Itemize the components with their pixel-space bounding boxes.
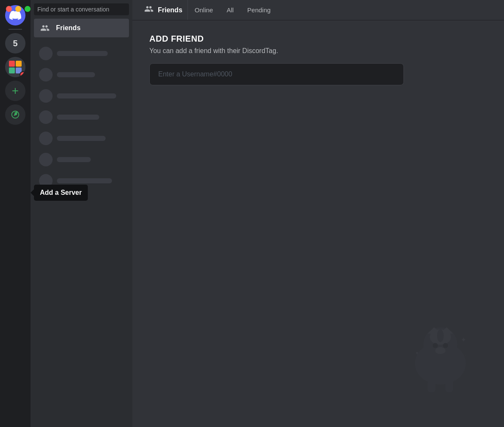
search-placeholder: Find or start a conversation — [37, 6, 109, 13]
svg-rect-8 — [428, 380, 435, 392]
dm-skeleton-bar-2 — [57, 72, 95, 77]
svg-text:✦: ✦ — [415, 350, 419, 356]
dm-sidebar: Find or start a conversation Friends — [31, 0, 132, 427]
dm-skeleton-row-5 — [34, 128, 129, 149]
color-block-red — [9, 61, 15, 67]
dm-skeleton-row-2 — [34, 65, 129, 85]
dm-skeleton-bar-7 — [57, 178, 112, 183]
color-block-orange — [16, 61, 22, 67]
server-divider — [8, 29, 22, 30]
dm-skeleton-bar-4 — [57, 115, 99, 120]
tab-pending[interactable]: Pending — [241, 0, 277, 20]
add-friend-title: ADD FRIEND — [149, 34, 487, 44]
svg-point-4 — [433, 343, 438, 348]
tab-all[interactable]: All — [220, 0, 241, 20]
dm-skeleton-avatar-6 — [39, 153, 53, 166]
color-block-green — [9, 67, 15, 73]
mac-maximize-button[interactable] — [25, 6, 31, 12]
add-server-button[interactable]: + — [5, 81, 25, 101]
add-friend-area: ADD FRIEND You can add a friend with the… — [132, 20, 504, 427]
dm-skeleton-bar-5 — [57, 136, 106, 141]
tooltip-box: Add a Server — [34, 185, 88, 201]
svg-text:·: · — [465, 353, 466, 358]
add-friend-description: You can add a friend with their DiscordT… — [149, 47, 487, 55]
dm-skeleton-avatar-4 — [39, 110, 53, 124]
dm-skeleton-row-3 — [34, 86, 129, 106]
server-sidebar: 5 + + — [0, 0, 31, 427]
server-icon-colorful[interactable]: + — [5, 57, 25, 77]
add-server-tooltip: Add a Server — [31, 185, 88, 201]
friends-header-label: Friends — [158, 6, 182, 14]
dm-skeleton-avatar-3 — [39, 89, 53, 103]
add-friend-input-wrapper — [149, 63, 404, 85]
mac-minimize-button[interactable] — [15, 6, 21, 12]
notification-count: 5 — [13, 39, 17, 48]
dm-skeleton-avatar-1 — [39, 47, 53, 60]
dm-skeleton-row-6 — [34, 149, 129, 170]
tooltip-text: Add a Server — [40, 189, 82, 196]
mac-window-controls — [6, 6, 31, 12]
dm-skeleton-bar-6 — [57, 157, 91, 162]
friends-nav-item[interactable]: Friends — [34, 19, 129, 37]
friends-header-button[interactable]: Friends — [139, 0, 188, 20]
svg-point-6 — [435, 347, 445, 354]
dm-list — [31, 39, 132, 427]
svg-rect-9 — [445, 380, 453, 392]
svg-point-5 — [443, 343, 448, 348]
colorful-server-blocks — [9, 61, 22, 73]
dm-skeleton-row-4 — [34, 107, 129, 127]
tab-online[interactable]: Online — [188, 0, 220, 20]
server-icon-notification[interactable]: 5 — [5, 33, 25, 53]
wumpus-decoration: ✦ ✦ · — [398, 308, 504, 427]
svg-point-7 — [437, 329, 444, 342]
svg-text:✦: ✦ — [461, 336, 466, 343]
search-bar[interactable]: Find or start a conversation — [34, 3, 129, 15]
dm-skeleton-avatar-2 — [39, 68, 53, 81]
discover-button[interactable] — [5, 104, 25, 125]
mac-close-button[interactable] — [6, 6, 12, 12]
dm-skeleton-bar-1 — [57, 51, 108, 56]
dm-skeleton-bar-3 — [57, 93, 116, 98]
add-server-plus-icon: + — [12, 85, 19, 97]
friends-head-icon — [144, 4, 154, 16]
dm-skeleton-avatar-5 — [39, 132, 53, 145]
add-friend-input[interactable] — [158, 70, 395, 78]
main-header: Friends Online All Pending — [132, 0, 504, 20]
server-badge: + — [20, 71, 25, 77]
friends-label: Friends — [56, 24, 81, 32]
friends-icon — [39, 22, 51, 34]
dm-skeleton-row-1 — [34, 43, 129, 64]
compass-icon — [11, 110, 20, 119]
tooltip-arrow — [31, 189, 34, 196]
main-content: Friends Online All Pending ADD FRIEND Yo… — [132, 0, 504, 427]
